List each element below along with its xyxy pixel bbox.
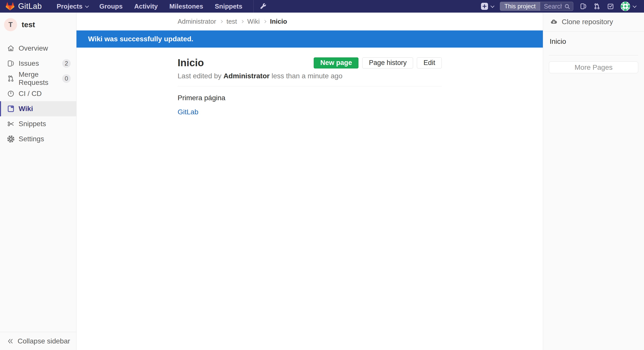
nav-item-activity[interactable]: Activity — [128, 0, 164, 13]
search-scope-badge[interactable]: This project — [500, 2, 540, 11]
main-content: Administrator test Wiki Inicio Wiki was … — [76, 13, 543, 350]
edit-button[interactable]: Edit — [417, 57, 442, 68]
top-navbar: GitLab Projects Groups Activity Mileston… — [0, 0, 644, 13]
sidebar-item-label: Wiki — [19, 105, 33, 113]
sidebar-item-merge-requests[interactable]: Merge Requests 0 — [0, 71, 76, 86]
brand-text: GitLab — [18, 2, 42, 11]
nav-item-projects[interactable]: Projects — [51, 0, 94, 13]
gauge-icon — [7, 90, 15, 97]
page-history-button[interactable]: Page history — [362, 57, 413, 68]
sidebar-item-wiki[interactable]: Wiki — [0, 101, 76, 116]
wiki-actions: New page Page history Edit — [314, 57, 442, 68]
cloud-download-icon — [550, 18, 557, 26]
collapse-sidebar-label: Collapse sidebar — [18, 337, 70, 345]
scissors-icon — [7, 120, 15, 128]
wiki-page-list-item[interactable]: Inicio — [543, 31, 644, 52]
breadcrumb-administrator[interactable]: Administrator — [178, 18, 216, 25]
sidebar-item-ci-cd[interactable]: CI / CD — [0, 86, 76, 101]
main-nav: Projects Groups Activity Milestones Snip… — [51, 0, 269, 13]
project-sidebar: T test Overview — [0, 13, 76, 350]
new-menu-button[interactable] — [481, 3, 493, 10]
search-icon — [564, 3, 571, 11]
flash-notice: Wiki was successfully updated. — [76, 30, 543, 48]
sidebar-item-issues[interactable]: Issues 2 — [0, 56, 76, 71]
gear-icon — [7, 135, 15, 143]
breadcrumb-wiki[interactable]: Wiki — [247, 18, 260, 25]
tanuki-icon — [6, 2, 15, 11]
home-icon — [7, 45, 15, 52]
project-nav: Overview Issues 2 — [0, 41, 76, 147]
nav-item-milestones[interactable]: Milestones — [164, 0, 209, 13]
chevron-down-icon — [633, 4, 637, 8]
todo-check-icon — [607, 3, 614, 10]
sidebar-item-label: CI / CD — [19, 90, 42, 98]
search-box: This project — [500, 2, 573, 11]
issues-icon — [7, 60, 15, 67]
chevron-right-icon — [263, 20, 266, 23]
last-edited-author: Administrator — [223, 72, 270, 80]
sidebar-item-settings[interactable]: Settings — [0, 131, 76, 147]
issues-count-badge: 2 — [62, 59, 71, 68]
divider — [178, 86, 442, 86]
wiki-content-text: Primera página — [178, 94, 442, 102]
nav-item-snippets[interactable]: Snippets — [209, 0, 248, 13]
clone-repository-label: Clone repository — [562, 18, 613, 26]
nav-item-groups[interactable]: Groups — [94, 0, 128, 13]
merge-request-icon — [593, 3, 600, 10]
chevron-right-icon — [220, 20, 223, 23]
clone-repository-button[interactable]: Clone repository — [543, 13, 644, 31]
sidebar-item-label: Merge Requests — [19, 71, 62, 87]
double-chevron-left-icon — [7, 338, 14, 344]
page-title: Inicio — [178, 57, 204, 68]
gitlab-logo[interactable]: GitLab — [6, 2, 42, 11]
divider — [549, 55, 638, 55]
chevron-down-icon — [491, 4, 495, 8]
more-pages-button[interactable]: More Pages — [549, 61, 638, 73]
wiki-sidebar: Clone repository Inicio More Pages — [543, 13, 644, 350]
new-page-button[interactable]: New page — [314, 57, 358, 68]
sidebar-item-label: Issues — [19, 59, 39, 67]
chevron-down-icon — [85, 4, 89, 8]
sidebar-item-snippets[interactable]: Snippets — [0, 116, 76, 131]
user-avatar — [621, 2, 630, 11]
todos-button[interactable] — [607, 3, 614, 10]
project-name: test — [22, 20, 35, 29]
user-menu-button[interactable] — [621, 2, 635, 11]
project-header[interactable]: T test — [0, 13, 76, 36]
sidebar-item-label: Overview — [19, 44, 48, 52]
sidebar-item-overview[interactable]: Overview — [0, 41, 76, 56]
last-edited-info: Last edited by Administrator less than a… — [178, 72, 442, 80]
issues-dashboard-button[interactable] — [580, 3, 587, 10]
nav-divider — [253, 0, 254, 13]
breadcrumb-current-page: Inicio — [270, 18, 287, 25]
collapse-sidebar-button[interactable]: Collapse sidebar — [0, 332, 76, 350]
sidebar-item-label: Settings — [19, 135, 44, 143]
wiki-page: Inicio New page Page history Edit Last e… — [178, 57, 442, 116]
plus-icon — [481, 3, 488, 10]
chevron-right-icon — [240, 20, 244, 23]
wiki-icon — [7, 105, 15, 113]
merge-requests-dashboard-button[interactable] — [593, 3, 600, 10]
admin-area-button[interactable] — [257, 0, 269, 13]
merge-requests-count-badge: 0 — [62, 74, 71, 83]
breadcrumb: Administrator test Wiki Inicio — [76, 13, 543, 30]
project-avatar: T — [4, 18, 17, 31]
breadcrumb-test[interactable]: test — [226, 18, 237, 25]
wrench-icon — [260, 3, 267, 10]
issues-icon — [580, 3, 587, 10]
wiki-content-link[interactable]: GitLab — [178, 108, 198, 116]
merge-request-icon — [7, 75, 15, 82]
sidebar-item-label: Snippets — [19, 120, 46, 128]
flash-notice-text: Wiki was successfully updated. — [88, 35, 193, 43]
